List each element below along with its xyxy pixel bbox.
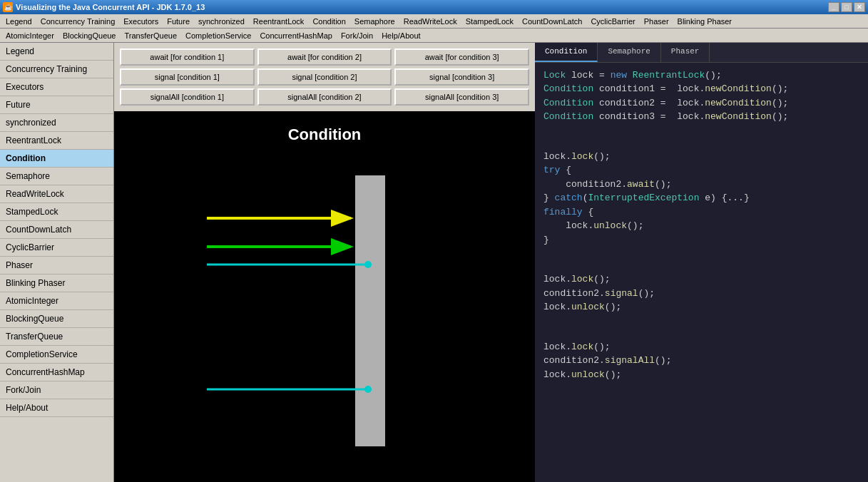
sidebar-item-helpabout[interactable]: Help/About bbox=[0, 399, 113, 417]
menu-forkjoin[interactable]: Fork/Join bbox=[337, 30, 377, 41]
sidebar-item-concurrency-training[interactable]: Concurrency Training bbox=[0, 61, 113, 78]
signalall-condition3-button[interactable]: signalAll [condition 3] bbox=[394, 88, 529, 106]
viz-title: Condition bbox=[114, 111, 535, 158]
code-blank-6 bbox=[543, 327, 859, 340]
sidebar-item-readwritelock[interactable]: ReadWriteLock bbox=[0, 185, 113, 203]
code-line-17: lock.unlock(); bbox=[543, 368, 859, 382]
sidebar-item-forkjoin[interactable]: Fork/Join bbox=[0, 381, 113, 399]
sidebar-item-phaser[interactable]: Phaser bbox=[0, 257, 113, 275]
app-icon: ☕ bbox=[3, 2, 13, 12]
menu-phaser[interactable]: Phaser bbox=[640, 16, 673, 27]
signal-condition1-button[interactable]: signal [condition 1] bbox=[120, 68, 255, 86]
signalall-condition1-button[interactable]: signalAll [condition 1] bbox=[120, 88, 255, 106]
menu-blockingqueue[interactable]: BlockingQueue bbox=[58, 30, 121, 41]
menu-atomicinteger[interactable]: AtomicInteger bbox=[1, 30, 58, 41]
code-line-2: Condition condition1 = lock.newCondition… bbox=[543, 82, 859, 96]
await-condition3-button[interactable]: await [for condition 3] bbox=[394, 48, 529, 66]
window-controls[interactable]: _ □ ✕ bbox=[828, 2, 865, 12]
sidebar-item-transferqueue[interactable]: TransferQueue bbox=[0, 328, 113, 346]
menu-synchronized[interactable]: synchronized bbox=[194, 16, 249, 27]
menu-bar-2: AtomicInteger BlockingQueue TransferQueu… bbox=[0, 29, 868, 43]
sidebar-item-future[interactable]: Future bbox=[0, 96, 113, 114]
sidebar-item-cyclicbarrier[interactable]: CyclicBarrier bbox=[0, 239, 113, 257]
sidebar-item-stampedlock[interactable]: StampedLock bbox=[0, 203, 113, 221]
menu-executors[interactable]: Executors bbox=[119, 16, 163, 27]
code-line-3: Condition condition2 = lock.newCondition… bbox=[543, 96, 859, 111]
code-line-15: lock.lock(); bbox=[543, 340, 859, 354]
code-panel: Condition Semaphore Phaser Lock lock = n… bbox=[535, 43, 868, 482]
menu-bar-1: Legend Concurrency Training Executors Fu… bbox=[0, 14, 868, 29]
code-blank-2 bbox=[543, 137, 859, 150]
button-grid: await [for condition 1] await [for condi… bbox=[114, 43, 535, 111]
lock-rect bbox=[355, 175, 385, 446]
menu-completionservice[interactable]: CompletionService bbox=[181, 30, 255, 41]
maximize-button[interactable]: □ bbox=[841, 2, 852, 12]
viz-panel: await [for condition 1] await [for condi… bbox=[114, 43, 535, 482]
await-condition1-button[interactable]: await [for condition 1] bbox=[120, 48, 255, 66]
title-bar: ☕ Visualizing the Java Concurrent API - … bbox=[0, 0, 868, 14]
code-line-9: finally { bbox=[543, 205, 859, 220]
await-condition2-button[interactable]: await [for condition 2] bbox=[257, 48, 392, 66]
tab-semaphore[interactable]: Semaphore bbox=[598, 43, 660, 62]
code-line-13: condition2.signal(); bbox=[543, 287, 859, 301]
signalall-condition2-button[interactable]: signalAll [condition 2] bbox=[257, 88, 392, 106]
content-area: await [for condition 1] await [for condi… bbox=[114, 43, 868, 482]
code-line-12: lock.lock(); bbox=[543, 272, 859, 287]
code-line-1: Lock lock = new ReentrantLock(); bbox=[543, 68, 859, 83]
code-line-8: } catch(InterruptedException e) {...} bbox=[543, 191, 859, 205]
sidebar-item-countdownlatch[interactable]: CountDownLatch bbox=[0, 221, 113, 239]
tab-condition[interactable]: Condition bbox=[535, 43, 598, 62]
sidebar-item-semaphore[interactable]: Semaphore bbox=[0, 168, 113, 185]
code-blank-1 bbox=[543, 124, 859, 137]
cyan-dot-1 bbox=[364, 261, 372, 268]
close-button[interactable]: ✕ bbox=[854, 2, 865, 12]
code-line-5: lock.lock(); bbox=[543, 150, 859, 164]
sidebar-item-executors[interactable]: Executors bbox=[0, 78, 113, 96]
code-blank-4 bbox=[543, 260, 859, 272]
menu-semaphore[interactable]: Semaphore bbox=[350, 16, 399, 27]
code-line-16: condition2.signalAll(); bbox=[543, 354, 859, 368]
code-blank-5 bbox=[543, 314, 859, 327]
tab-phaser[interactable]: Phaser bbox=[661, 43, 710, 62]
menu-future[interactable]: Future bbox=[163, 16, 194, 27]
window-title: Visualizing the Java Concurrent API - JD… bbox=[16, 3, 205, 11]
code-line-6: try { bbox=[543, 163, 859, 178]
menu-helpabout[interactable]: Help/About bbox=[377, 30, 424, 41]
code-line-11: } bbox=[543, 233, 859, 247]
sidebar-item-blockingqueue[interactable]: BlockingQueue bbox=[0, 310, 113, 328]
code-line-10: lock.unlock(); bbox=[543, 219, 859, 233]
viz-svg bbox=[114, 154, 535, 459]
sidebar-item-legend[interactable]: Legend bbox=[0, 43, 113, 61]
sidebar-item-concurrenthashmap[interactable]: ConcurrentHashMap bbox=[0, 364, 113, 381]
menu-transferqueue[interactable]: TransferQueue bbox=[120, 30, 181, 41]
code-line-7: condition2.await(); bbox=[543, 178, 859, 192]
menu-countdownlatch[interactable]: CountDownLatch bbox=[518, 16, 586, 27]
menu-cyclicbarrier[interactable]: CyclicBarrier bbox=[586, 16, 639, 27]
code-blank-3 bbox=[543, 247, 859, 260]
code-line-14: lock.unlock(); bbox=[543, 300, 859, 314]
sidebar: Legend Concurrency Training Executors Fu… bbox=[0, 43, 114, 482]
menu-blinking-phaser[interactable]: Blinking Phaser bbox=[673, 16, 736, 27]
minimize-button[interactable]: _ bbox=[828, 2, 839, 12]
main-layout: Legend Concurrency Training Executors Fu… bbox=[0, 43, 868, 482]
sidebar-item-condition[interactable]: Condition bbox=[0, 150, 113, 168]
menu-legend[interactable]: Legend bbox=[1, 16, 36, 27]
menu-concurrency-training[interactable]: Concurrency Training bbox=[36, 16, 120, 27]
cyan-dot-2 bbox=[364, 386, 372, 393]
signal-condition2-button[interactable]: signal [condition 2] bbox=[257, 68, 392, 86]
menu-readwritelock[interactable]: ReadWriteLock bbox=[399, 16, 461, 27]
sidebar-item-atomicinteger[interactable]: AtomicInteger bbox=[0, 292, 113, 310]
code-line-4: Condition condition3 = lock.newCondition… bbox=[543, 110, 859, 124]
menu-reentrantlock[interactable]: ReentrantLock bbox=[249, 16, 309, 27]
signal-condition3-button[interactable]: signal [condition 3] bbox=[394, 68, 529, 86]
menu-stampedlock[interactable]: StampedLock bbox=[461, 16, 518, 27]
sidebar-item-completionservice[interactable]: CompletionService bbox=[0, 346, 113, 364]
canvas-area: Condition bbox=[114, 111, 535, 459]
menu-concurrenthashmap[interactable]: ConcurrentHashMap bbox=[255, 30, 337, 41]
tabs-row: Condition Semaphore Phaser bbox=[535, 43, 868, 63]
menu-condition[interactable]: Condition bbox=[308, 16, 349, 27]
sidebar-item-blinking-phaser[interactable]: Blinking Phaser bbox=[0, 275, 113, 292]
sidebar-item-reentrantlock[interactable]: ReentrantLock bbox=[0, 132, 113, 150]
sidebar-item-synchronized[interactable]: synchronized bbox=[0, 114, 113, 132]
